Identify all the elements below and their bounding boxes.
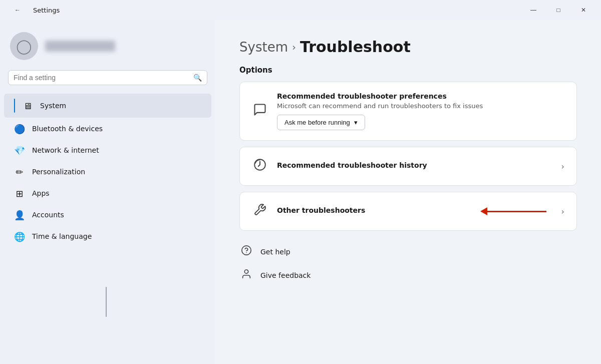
search-box[interactable]: 🔍 xyxy=(8,70,207,85)
username-blurred xyxy=(45,41,115,52)
search-input[interactable] xyxy=(14,74,189,82)
give-feedback-link[interactable]: Give feedback xyxy=(239,266,577,284)
card-title: Recommended troubleshooter history xyxy=(277,161,552,169)
sidebar: ◯ 🔍 🖥 System 🔵 Bluetooth & devices 💎 Net… xyxy=(0,20,215,364)
sidebar-item-apps[interactable]: ⊞ Apps xyxy=(4,183,211,204)
system-icon: 🖥 xyxy=(22,100,33,111)
red-arrow-annotation xyxy=(480,207,546,215)
scroll-indicator xyxy=(106,287,107,317)
card-desc: Microsoft can recommend and run troubles… xyxy=(277,102,564,110)
card-other-troubleshooters[interactable]: Other troubleshooters › xyxy=(239,192,577,231)
card-recommended-prefs: Recommended troubleshooter preferences M… xyxy=(239,82,577,141)
chevron-down-icon: ▾ xyxy=(354,119,358,126)
nav-list: 🖥 System 🔵 Bluetooth & devices 💎 Network… xyxy=(0,93,215,247)
bottom-links: Get help Give feedback xyxy=(239,243,577,284)
feedback-icon xyxy=(239,268,253,282)
chevron-right-icon: › xyxy=(561,162,564,171)
get-help-link[interactable]: Get help xyxy=(239,243,577,260)
card-row: Recommended troubleshooter preferences M… xyxy=(240,82,576,140)
arrow-line xyxy=(486,211,546,212)
breadcrumb: System › Troubleshoot xyxy=(239,38,577,56)
maximize-button[interactable]: □ xyxy=(547,2,570,18)
app-title: Settings xyxy=(33,7,60,14)
history-icon xyxy=(252,158,268,174)
get-help-label: Get help xyxy=(260,248,290,256)
card-text: Recommended troubleshooter history xyxy=(277,161,552,171)
svg-point-1 xyxy=(242,246,251,255)
sidebar-item-time[interactable]: 🌐 Time & language xyxy=(4,226,211,247)
breadcrumb-separator: › xyxy=(292,41,296,53)
card-text: Recommended troubleshooter preferences M… xyxy=(277,92,564,130)
card-history[interactable]: Recommended troubleshooter history › xyxy=(239,147,577,186)
card-text: Other troubleshooters xyxy=(277,206,465,216)
sidebar-item-label: Personalization xyxy=(32,168,85,176)
wrench-icon xyxy=(252,203,268,219)
card-row-clickable[interactable]: Recommended troubleshooter history › xyxy=(240,147,576,185)
help-icon xyxy=(239,245,253,258)
chat-icon xyxy=(252,103,268,120)
network-icon: 💎 xyxy=(14,145,25,156)
user-profile: ◯ xyxy=(0,28,215,70)
app-body: ◯ 🔍 🖥 System 🔵 Bluetooth & devices 💎 Net… xyxy=(0,20,601,364)
titlebar: ← Settings — □ ✕ xyxy=(0,0,601,20)
minimize-button[interactable]: — xyxy=(522,2,545,18)
options-label: Options xyxy=(239,66,577,75)
active-indicator xyxy=(14,99,15,113)
close-button[interactable]: ✕ xyxy=(572,2,595,18)
card-row-clickable[interactable]: Other troubleshooters › xyxy=(240,192,576,230)
avatar: ◯ xyxy=(10,32,38,60)
sidebar-item-label: Time & language xyxy=(32,232,92,240)
sidebar-item-system[interactable]: 🖥 System xyxy=(4,94,211,118)
bluetooth-icon: 🔵 xyxy=(14,123,25,134)
sidebar-item-label: Accounts xyxy=(32,211,64,219)
card-title: Other troubleshooters xyxy=(277,206,465,214)
sidebar-item-network[interactable]: 💎 Network & internet xyxy=(4,140,211,161)
sidebar-item-label: Network & internet xyxy=(32,146,99,154)
card-title: Recommended troubleshooter preferences xyxy=(277,92,564,100)
breadcrumb-parent: System xyxy=(239,40,288,55)
accounts-icon: 👤 xyxy=(14,209,25,220)
main-content: System › Troubleshoot Options Recommende… xyxy=(215,20,601,364)
back-button[interactable]: ← xyxy=(6,2,29,18)
svg-point-3 xyxy=(244,270,248,273)
breadcrumb-current: Troubleshoot xyxy=(300,38,411,56)
personalization-icon: ✏️ xyxy=(14,166,25,177)
user-icon: ◯ xyxy=(16,38,32,55)
troubleshooter-dropdown[interactable]: Ask me before running ▾ xyxy=(277,115,365,130)
sidebar-item-label: Bluetooth & devices xyxy=(32,125,103,133)
sidebar-item-personalization[interactable]: ✏️ Personalization xyxy=(4,161,211,182)
give-feedback-label: Give feedback xyxy=(260,271,311,279)
titlebar-left: ← Settings xyxy=(6,2,60,18)
sidebar-item-label: System xyxy=(40,102,66,110)
sidebar-item-bluetooth[interactable]: 🔵 Bluetooth & devices xyxy=(4,118,211,139)
sidebar-item-label: Apps xyxy=(32,189,50,197)
sidebar-item-accounts[interactable]: 👤 Accounts xyxy=(4,204,211,225)
window-controls: — □ ✕ xyxy=(522,2,595,18)
time-icon: 🌐 xyxy=(14,231,25,242)
apps-icon: ⊞ xyxy=(14,188,25,199)
search-icon: 🔍 xyxy=(193,74,202,82)
chevron-right-icon: › xyxy=(561,207,564,216)
